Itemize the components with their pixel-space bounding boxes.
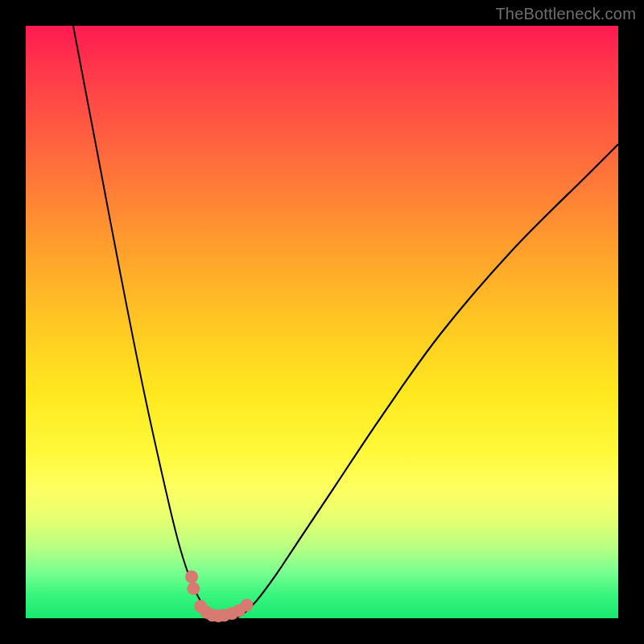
chart-frame: TheBottleneck.com bbox=[0, 0, 644, 644]
marker-point bbox=[241, 599, 254, 612]
watermark-text: TheBottleneck.com bbox=[495, 5, 636, 23]
left-curve bbox=[73, 26, 218, 618]
marker-points bbox=[185, 570, 253, 622]
right-curve bbox=[236, 144, 618, 618]
marker-point bbox=[185, 570, 198, 583]
curves-svg bbox=[26, 26, 618, 618]
plot-area bbox=[26, 26, 618, 618]
marker-point bbox=[187, 582, 200, 595]
